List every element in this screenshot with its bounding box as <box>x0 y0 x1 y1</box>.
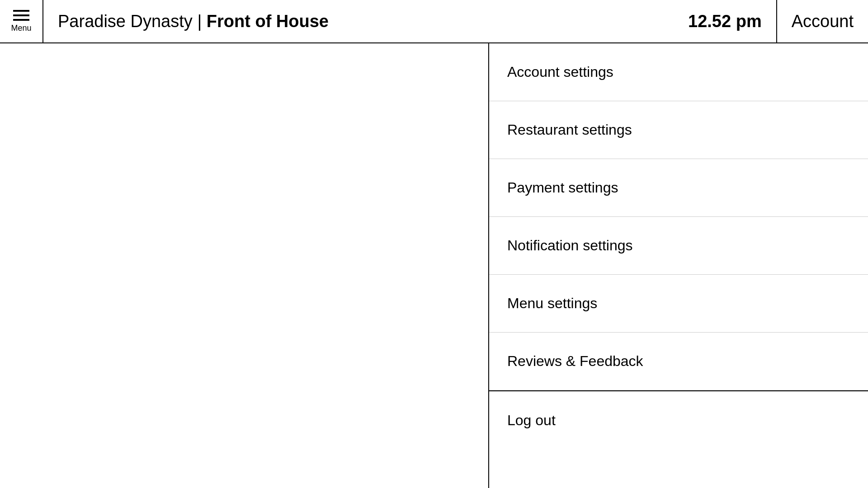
menu-settings-item[interactable]: Menu settings <box>489 275 868 333</box>
title-separator: | <box>197 12 206 31</box>
account-settings-item[interactable]: Account settings <box>489 43 868 101</box>
main-content: Account settings Restaurant settings Pay… <box>0 43 868 488</box>
menu-label: Menu <box>11 23 31 33</box>
restaurant-settings-label: Restaurant settings <box>507 122 632 138</box>
log-out-label: Log out <box>507 412 556 429</box>
account-button[interactable]: Account <box>776 0 868 43</box>
page-name: Front of House <box>207 12 329 31</box>
account-dropdown-panel: Account settings Restaurant settings Pay… <box>488 43 868 488</box>
notification-settings-item[interactable]: Notification settings <box>489 217 868 275</box>
restaurant-settings-item[interactable]: Restaurant settings <box>489 101 868 159</box>
payment-settings-item[interactable]: Payment settings <box>489 159 868 217</box>
menu-settings-label: Menu settings <box>507 295 597 312</box>
log-out-item[interactable]: Log out <box>489 391 868 449</box>
notification-settings-label: Notification settings <box>507 237 632 254</box>
account-settings-label: Account settings <box>507 64 613 80</box>
reviews-feedback-label: Reviews & Feedback <box>507 353 643 370</box>
hamburger-icon <box>13 10 29 21</box>
header-title: Paradise Dynasty | Front of House <box>43 12 688 31</box>
header: Menu Paradise Dynasty | Front of House 1… <box>0 0 868 43</box>
payment-settings-label: Payment settings <box>507 179 618 196</box>
reviews-feedback-item[interactable]: Reviews & Feedback <box>489 333 868 390</box>
header-time: 12.52 pm <box>688 12 776 31</box>
content-area <box>0 43 488 488</box>
restaurant-name: Paradise Dynasty <box>58 12 193 31</box>
menu-button[interactable]: Menu <box>0 0 43 43</box>
